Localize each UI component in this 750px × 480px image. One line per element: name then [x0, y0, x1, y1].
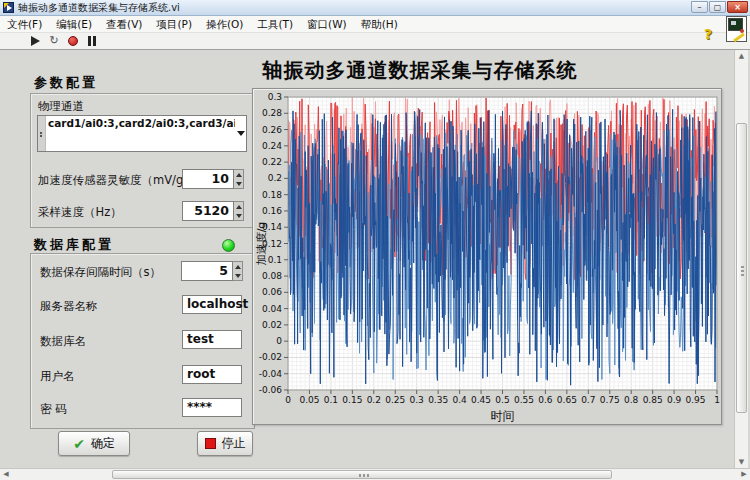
y-tick-label: -0.04 — [259, 369, 283, 379]
vi-icon[interactable] — [726, 16, 747, 42]
menu-item-file[interactable]: 文件(F) — [0, 17, 49, 32]
sample-rate-spinner — [234, 201, 244, 221]
y-tick-label: 0.22 — [262, 157, 282, 167]
x-tick-label: 0.75 — [600, 395, 620, 405]
menu-item-help[interactable]: 帮助(H) — [354, 17, 405, 32]
sample-rate-spinner-up[interactable] — [234, 202, 243, 211]
menubar: 文件(F)编辑(E)查看(V)项目(P)操作(O)工具(T)窗口(W)帮助(H) — [0, 16, 750, 33]
sample-rate-input[interactable]: 5120 — [182, 201, 234, 221]
maximize-button[interactable]: ▢ — [709, 1, 726, 13]
labview-window: 轴振动多通道数据采集与存储系统.vi – ▢ × 文件(F)编辑(E)查看(V)… — [0, 0, 750, 480]
password-input[interactable]: **** — [182, 398, 242, 417]
y-tick-label: 0.3 — [268, 92, 282, 102]
close-button[interactable]: × — [727, 1, 748, 13]
menu-item-view[interactable]: 查看(V) — [99, 17, 149, 32]
x-tick-label: 0.8 — [624, 395, 639, 405]
x-tick-label: 1 — [714, 395, 720, 405]
save-interval-spinner-down[interactable] — [233, 271, 242, 280]
x-tick-label: 0.2 — [367, 395, 381, 405]
scroll-left-icon[interactable]: ◀ — [0, 469, 12, 480]
save-interval-spinner-up[interactable] — [233, 262, 242, 271]
run-button[interactable] — [28, 35, 42, 48]
x-tick-label: 0.85 — [643, 395, 663, 405]
scroll-down-icon[interactable]: ▼ — [735, 456, 748, 468]
scroll-right-icon[interactable]: ▶ — [738, 469, 750, 480]
x-tick-label: 0.35 — [428, 395, 448, 405]
stop-button[interactable]: 停止 — [197, 431, 253, 456]
save-interval-spinner — [233, 261, 243, 281]
password-label: 密 码 — [40, 402, 67, 417]
sensitivity-input[interactable]: 10 — [182, 169, 234, 189]
menu-item-operate[interactable]: 操作(O) — [199, 17, 250, 32]
y-tick-label: 0.16 — [262, 206, 282, 216]
y-tick-label: 0.06 — [262, 287, 282, 297]
x-axis-label: 时间 — [491, 409, 515, 423]
menu-item-project[interactable]: 项目(P) — [149, 17, 199, 32]
y-tick-label: -0.06 — [259, 385, 283, 395]
x-tick-label: 0 — [285, 395, 291, 405]
save-interval-input[interactable]: 5 — [181, 261, 233, 281]
sensitivity-spinner-up[interactable] — [234, 170, 243, 179]
y-tick-label: 0.26 — [262, 125, 282, 135]
server-input[interactable]: localhost — [182, 295, 242, 314]
scroll-up-icon[interactable]: ▲ — [735, 50, 748, 62]
context-help-icon[interactable]: ? — [704, 26, 712, 42]
menu-item-tools[interactable]: 工具(T) — [250, 17, 300, 32]
database-section-header: 数据库配置 — [34, 236, 114, 254]
chart-canvas: 00.050.10.150.20.250.30.350.40.450.50.55… — [253, 89, 721, 424]
pause-button[interactable] — [85, 35, 99, 48]
db-name-input[interactable]: test — [182, 330, 242, 349]
x-tick-label: 0.55 — [514, 395, 534, 405]
x-tick-label: 0.65 — [557, 395, 577, 405]
sensitivity-label: 加速度传感器灵敏度（mV/g） — [38, 173, 195, 188]
x-tick-label: 0.05 — [299, 395, 319, 405]
minimize-button[interactable]: – — [691, 1, 708, 13]
user-label: 用户名 — [40, 369, 75, 384]
x-tick-label: 0.95 — [686, 395, 706, 405]
horizontal-scrollbar[interactable]: ◀ ▶ — [0, 468, 750, 480]
menu-item-window[interactable]: 窗口(W) — [300, 17, 354, 32]
x-tick-label: 0.5 — [495, 395, 509, 405]
window-title: 轴振动多通道数据采集与存储系统.vi — [18, 1, 180, 15]
ok-button[interactable]: ✔ 确定 — [58, 431, 130, 456]
y-tick-label: 0.28 — [262, 108, 282, 118]
y-tick-label: -0.02 — [259, 352, 282, 362]
x-tick-label: 0.15 — [342, 395, 362, 405]
db-name-label: 数据库名 — [40, 334, 86, 349]
x-tick-label: 0.9 — [667, 395, 682, 405]
physical-channel-label: 物理通道 — [38, 99, 84, 114]
params-section-header: 参数配置 — [34, 74, 98, 92]
sensitivity-spinner-down[interactable] — [234, 179, 243, 188]
physical-channel-combo[interactable]: card1/ai0:3,card2/ai0:3,card3/ai0:3,card… — [37, 115, 247, 152]
vertical-scrollbar[interactable]: ▲ ▼ — [734, 50, 748, 468]
y-tick-label: 0.02 — [262, 320, 282, 330]
database-status-led — [222, 239, 235, 252]
check-icon: ✔ — [73, 438, 85, 450]
x-tick-label: 0.25 — [385, 395, 405, 405]
y-tick-label: 0 — [276, 336, 282, 346]
x-tick-label: 0.4 — [452, 395, 467, 405]
menu-item-edit[interactable]: 编辑(E) — [49, 17, 99, 32]
x-tick-label: 0.3 — [410, 395, 424, 405]
page-title: 轴振动多通道数据采集与存储系统 — [180, 57, 660, 84]
sample-rate-spinner-down[interactable] — [234, 211, 243, 220]
y-tick-label: 0.2 — [268, 173, 282, 183]
y-tick-label: 0.08 — [262, 271, 282, 281]
vertical-scrollbar-thumb[interactable] — [736, 123, 747, 413]
save-interval-label: 数据保存间隔时间（s） — [40, 265, 161, 280]
y-tick-label: 0.04 — [262, 304, 282, 314]
sensitivity-spinner — [234, 169, 244, 189]
waveform-chart: 00.050.10.150.20.250.30.350.40.450.50.55… — [252, 88, 722, 425]
chevron-down-icon[interactable] — [235, 116, 246, 151]
user-input[interactable]: root — [182, 365, 242, 384]
horizontal-scrollbar-thumb[interactable] — [112, 470, 612, 479]
y-axis-label: 加速度/g — [255, 222, 268, 266]
x-tick-label: 0.6 — [538, 395, 553, 405]
x-tick-label: 0.1 — [324, 395, 338, 405]
toolbar: ↻ — [0, 33, 750, 50]
run-continuous-button[interactable]: ↻ — [47, 35, 61, 48]
y-tick-label: 0.1 — [268, 255, 282, 265]
abort-button[interactable] — [66, 35, 80, 48]
ok-button-label: 确定 — [91, 435, 115, 452]
physical-channel-value[interactable]: card1/ai0:3,card2/ai0:3,card3/ai0:3,card… — [46, 116, 235, 151]
